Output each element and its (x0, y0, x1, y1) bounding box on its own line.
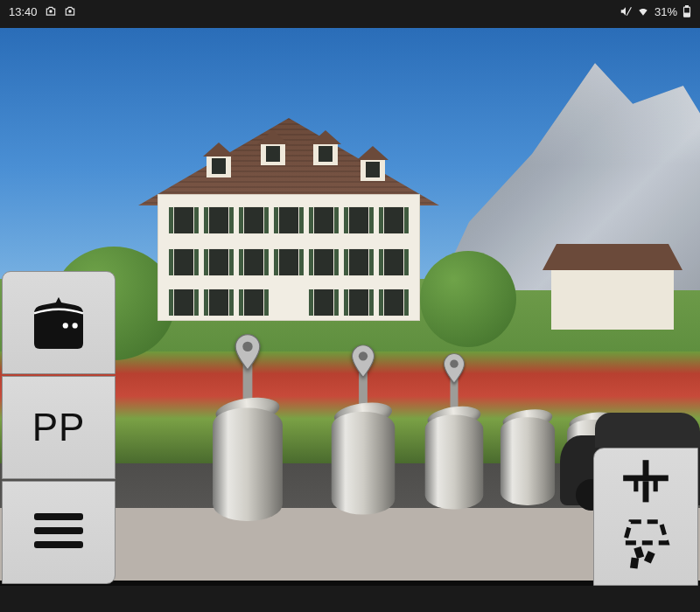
camera-indicator-icon (45, 5, 57, 17)
battery-icon (682, 5, 691, 17)
menu-button[interactable] (2, 481, 116, 584)
battery-percent: 31% (654, 5, 677, 18)
waste-container (213, 379, 283, 521)
svg-rect-17 (644, 551, 655, 563)
svg-rect-13 (34, 541, 83, 548)
status-time: 13:40 (9, 5, 38, 18)
svg-rect-5 (684, 13, 690, 17)
camera-indicator-icon (64, 5, 76, 17)
waste-container (425, 392, 484, 510)
pp-mode-button[interactable]: PP (2, 376, 116, 479)
container-mode-button[interactable] (2, 271, 116, 374)
empty-container-button[interactable] (593, 448, 698, 586)
menu-icon (31, 510, 87, 555)
svg-rect-16 (634, 546, 644, 559)
svg-rect-18 (630, 557, 639, 568)
svg-rect-14 (643, 460, 649, 476)
container-icon (24, 290, 93, 355)
svg-point-1 (68, 10, 72, 13)
waste-container (500, 395, 555, 505)
status-right: 31% (620, 5, 691, 18)
svg-point-10 (73, 323, 78, 328)
svg-rect-11 (34, 513, 83, 520)
camera-live-view: PP (0, 28, 700, 586)
mute-icon (620, 5, 632, 17)
status-left: 13:40 (9, 5, 76, 18)
pp-label: PP (32, 406, 86, 449)
svg-point-9 (63, 323, 68, 328)
left-toolbar: PP (2, 271, 116, 584)
map-pin-icon (234, 334, 261, 370)
scene-side-building (551, 268, 674, 330)
svg-rect-15 (643, 481, 649, 502)
svg-point-6 (242, 342, 252, 351)
svg-line-2 (626, 7, 631, 15)
map-pin-icon (351, 344, 374, 377)
android-status-bar: 13:40 31% (0, 0, 700, 23)
svg-point-8 (450, 359, 458, 367)
scene-house (158, 120, 420, 321)
scene-tree (420, 251, 516, 347)
crane-dump-icon (608, 458, 683, 575)
wifi-icon (637, 5, 649, 17)
svg-point-0 (49, 10, 52, 13)
map-pin-icon (443, 353, 465, 383)
svg-point-7 (359, 351, 368, 360)
waste-container (332, 386, 396, 515)
svg-rect-12 (34, 527, 83, 534)
svg-rect-4 (686, 5, 689, 7)
